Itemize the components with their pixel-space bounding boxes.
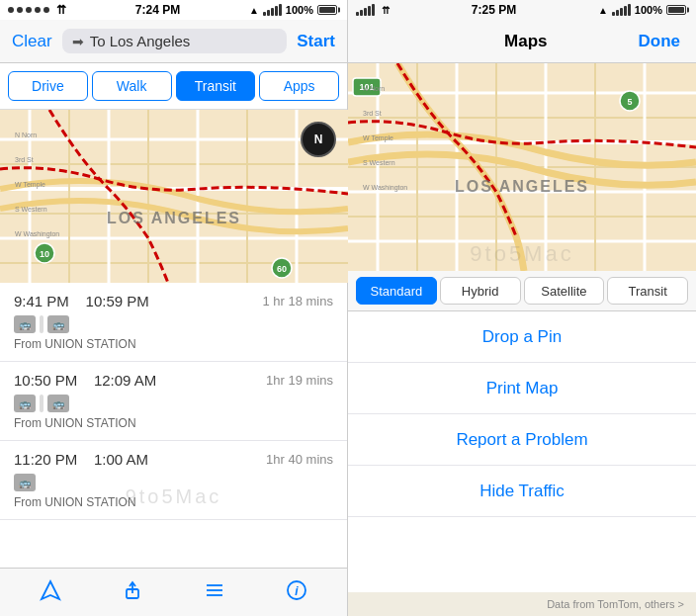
svg-text:i: i [295,583,299,597]
svg-text:W Temple: W Temple [363,134,393,142]
svg-text:W Washington: W Washington [363,184,407,192]
status-bar-left: ⇈ 7:24 PM ▲ 100% [0,0,347,20]
route-item-0[interactable]: 9:41 PM 10:59 PM 1 hr 18 mins 🚌 🚌 From U… [0,283,347,362]
right-panel: ⇈ 7:25 PM ▲ 100% Maps Done [348,0,696,616]
svg-text:60: 60 [277,264,287,274]
done-button[interactable]: Done [639,32,681,51]
battery-icon-left [317,5,339,15]
drop-pin-button[interactable]: Drop a Pin [348,311,696,363]
print-map-button[interactable]: Print Map [348,363,696,414]
route-station-1: From UNION STATION [14,416,333,430]
map-left[interactable]: 60 10 N Norn 3rd St W Temple S Western W… [0,110,348,283]
status-left-icons: ⇈ [8,3,66,17]
signal-bars-right [356,4,375,16]
signal-dot-2 [17,7,23,13]
svg-text:S Western: S Western [363,159,395,166]
svg-text:S Western: S Western [15,206,47,213]
route-divider-0 [40,315,44,333]
map-type-hybrid[interactable]: Hybrid [440,277,521,305]
map-svg-left: 60 10 N Norn 3rd St W Temple S Western W… [0,110,348,283]
tab-apps[interactable]: Apps [259,71,339,101]
signal-dot-4 [35,7,41,13]
drop-pin-label: Drop a Pin [482,327,562,347]
svg-text:5: 5 [627,97,632,107]
info-button[interactable]: i [277,579,316,606]
bottom-info: Data from TomTom, others > [348,592,696,616]
map-type-bar: Standard Hybrid Satellite Transit [348,271,696,311]
transit-icon-metro-1: 🚌 [14,395,36,412]
transit-icon-bus-0: 🚌 [47,315,69,333]
list-button[interactable] [195,579,234,606]
rbar5 [372,4,375,16]
route-icons-0: 🚌 🚌 [14,315,333,333]
tab-bar: Drive Walk Transit Apps [0,63,347,110]
direction-arrow-icon: ➡ [72,34,84,49]
bar1 [263,12,266,16]
signal-bars-right2 [612,4,631,16]
wifi-icon: ⇈ [56,3,66,17]
rbar2-5 [628,4,631,16]
battery-percent-right: 100% [635,4,662,16]
share-button[interactable] [113,579,152,606]
routes-list: 9:41 PM 10:59 PM 1 hr 18 mins 🚌 🚌 From U… [0,283,347,568]
route-item-1[interactable]: 10:50 PM 12:09 AM 1hr 19 mins 🚌 🚌 From U… [0,362,347,441]
route-times-0: 9:41 PM 10:59 PM 1 hr 18 mins [14,293,333,309]
svg-text:3rd St: 3rd St [15,156,34,163]
svg-text:W Temple: W Temple [15,181,45,189]
data-attribution: Data from TomTom, others > [547,598,684,610]
report-problem-button[interactable]: Report a Problem [348,414,696,466]
rbar2-4 [624,6,627,16]
signal-bars-left [263,4,282,16]
tab-walk[interactable]: Walk [92,71,172,101]
rbar1 [356,12,359,16]
transit-icon-metro-0: 🚌 [14,315,36,333]
nav-bar-right: Maps Done [348,20,696,63]
rbar4 [368,6,371,16]
route-time-range-1: 10:50 PM 12:09 AM [14,372,156,389]
clear-button[interactable]: Clear [12,32,52,51]
menu-list: Drop a Pin Print Map Report a Problem Hi… [348,311,696,592]
route-item-2[interactable]: 11:20 PM 1:00 AM 1hr 40 mins 🚌 From UNIO… [0,441,347,520]
share-icon [122,579,143,601]
destination-text: To Los Angeles [90,33,191,49]
tab-transit[interactable]: Transit [176,71,256,101]
route-time-range-2: 11:20 PM 1:00 AM [14,451,148,468]
map-type-satellite[interactable]: Satellite [524,277,605,305]
maps-title: Maps [504,32,547,51]
svg-text:N Norn: N Norn [363,85,385,92]
bottom-toolbar-left: i [0,568,347,616]
route-divider-1 [40,395,44,412]
hide-traffic-label: Hide Traffic [479,482,565,501]
route-duration-2: 1hr 40 mins [266,452,333,467]
map-type-standard[interactable]: Standard [356,277,437,305]
list-icon [204,579,225,601]
location-button[interactable] [31,579,70,606]
compass: N [301,122,336,157]
route-duration-1: 1hr 19 mins [266,373,333,388]
map-type-transit[interactable]: Transit [607,277,688,305]
signal-dot-1 [8,7,14,13]
status-bar-right: ⇈ 7:25 PM ▲ 100% [348,0,696,20]
svg-text:10: 10 [40,249,49,259]
tab-drive[interactable]: Drive [8,71,88,101]
right-status-icons: ▲ 100% [249,4,339,16]
route-duration-0: 1 hr 18 mins [262,294,333,308]
gps-icon-right: ▲ [598,5,608,16]
route-station-0: From UNION STATION [14,337,333,351]
battery-icon-right [666,5,688,15]
hide-traffic-button[interactable]: Hide Traffic [348,466,696,517]
svg-text:9to5Mac: 9to5Mac [470,241,573,266]
map-right[interactable]: 101 5 N Norn 3rd St W Temple S Western W… [348,63,696,271]
svg-text:W Washington: W Washington [15,230,59,238]
status-right-left: ⇈ [356,4,390,16]
signal-dot-5 [44,7,49,13]
status-right-right: ▲ 100% [598,4,688,16]
nav-bar-left: Clear ➡ To Los Angeles Start [0,20,347,63]
rbar2-1 [612,12,615,16]
transit-icon-bus-1: 🚌 [47,395,69,412]
signal-dot-3 [26,7,32,13]
start-button[interactable]: Start [297,32,335,51]
transit-icon-metro-2: 🚌 [14,474,36,491]
route-icons-1: 🚌 🚌 [14,395,333,412]
svg-text:N Norn: N Norn [15,132,37,138]
